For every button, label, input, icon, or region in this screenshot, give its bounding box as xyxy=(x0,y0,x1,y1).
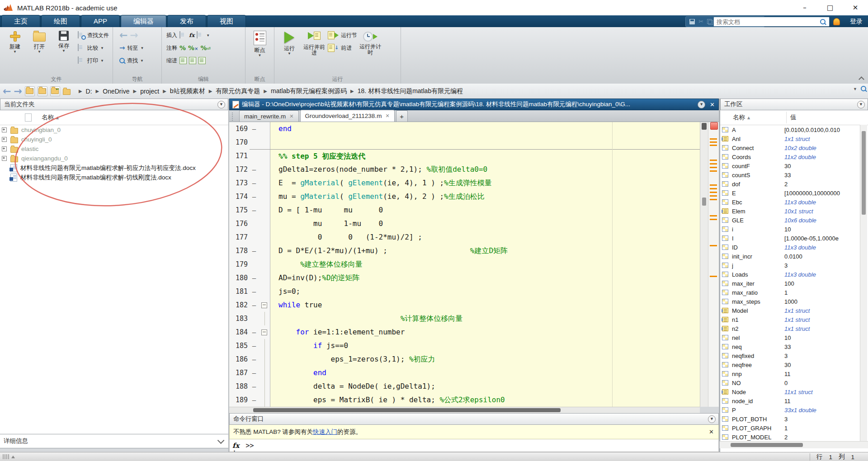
code-text[interactable]: end xyxy=(270,366,700,380)
breakpoint-gutter[interactable] xyxy=(250,230,259,244)
warning-mark[interactable] xyxy=(710,215,717,216)
workspace-vertical-scrollbar[interactable] xyxy=(860,125,867,441)
fold-gutter[interactable] xyxy=(259,122,270,136)
code-text[interactable]: end xyxy=(270,122,700,136)
warning-mark[interactable] xyxy=(710,145,717,146)
fold-gutter[interactable] xyxy=(259,339,270,353)
expand-icon[interactable] xyxy=(2,127,7,132)
workspace-variable-row[interactable]: Ebc11x3 double xyxy=(720,198,868,207)
insert-section-icon[interactable] xyxy=(179,31,180,38)
warning-mark[interactable] xyxy=(710,219,717,220)
run-time-button[interactable]: 运行并计时 xyxy=(357,29,383,56)
breadcrumb-item[interactable]: b站视频素材 xyxy=(170,87,205,95)
editor-horizontal-scrollbar[interactable] xyxy=(229,407,700,413)
workspace-variable-row[interactable]: max_ratio1 xyxy=(720,288,868,297)
fold-gutter[interactable] xyxy=(259,366,270,380)
code-text[interactable]: %计算整体位移向量 xyxy=(270,312,700,325)
workspace-horizontal-scrollbar[interactable] xyxy=(720,441,868,448)
warning-mark[interactable] xyxy=(710,245,717,246)
save-icon[interactable] xyxy=(689,19,695,24)
workspace-variable-row[interactable]: nel10 xyxy=(720,333,868,342)
code-line[interactable]: 169—end xyxy=(229,122,700,136)
error-indicator-box[interactable] xyxy=(710,122,718,130)
editor-tab-main_rewrite.m[interactable]: main_rewrite.m✕ xyxy=(239,110,299,122)
up-one-level-icon[interactable]: ↑ xyxy=(25,86,35,96)
code-text[interactable] xyxy=(270,136,700,149)
workspace-variable-row[interactable]: A[0.0100,0.0100,0.010 xyxy=(720,125,868,134)
warning-mark[interactable] xyxy=(710,184,717,186)
warning-mark[interactable] xyxy=(710,195,717,197)
addr-back-icon[interactable]: ← xyxy=(3,86,11,97)
breadcrumb-item[interactable]: matlab有限元编程案例源码 xyxy=(271,87,347,95)
fold-gutter[interactable] xyxy=(259,298,270,312)
code-line[interactable]: 177 0 0 (1-2*mu)/2] ; xyxy=(229,230,700,244)
fx-icon[interactable]: fx xyxy=(232,442,239,450)
new-button[interactable]: 新建▼ xyxy=(3,29,27,54)
code-line[interactable]: 171%% step 5 初应变法迭代 xyxy=(229,149,700,163)
find-button[interactable]: 查找▼ xyxy=(119,54,144,67)
indent-right-icon[interactable] xyxy=(189,57,196,64)
workspace-variable-row[interactable]: Elem10x1 struct xyxy=(720,207,868,216)
addr-forward-icon[interactable]: → xyxy=(14,86,22,97)
code-text[interactable]: E = gMaterial( gElement(ie, 4), 1 ) ;%生成… xyxy=(270,176,700,190)
workspace-variable-row[interactable]: Coords11x2 double xyxy=(720,152,868,161)
statusbar-grip-icon[interactable] xyxy=(3,454,15,459)
indent-left-icon[interactable] xyxy=(198,57,206,64)
breakpoint-gutter[interactable]: — xyxy=(250,298,259,312)
breakpoint-gutter[interactable]: — xyxy=(250,244,259,258)
run-advance-button[interactable]: 运行并前进 xyxy=(302,29,327,56)
recent-folder-icon[interactable]: ↩ xyxy=(50,86,60,96)
code-text[interactable]: D = [ 1-mu mu 0 xyxy=(270,203,700,217)
code-text[interactable]: while true xyxy=(270,298,700,312)
code-line[interactable]: 184— for ie=1:1:element_number xyxy=(229,325,700,339)
workspace-variable-row[interactable]: GLE10x6 double xyxy=(720,216,868,225)
breakpoint-gutter[interactable]: — xyxy=(250,163,259,176)
workspace-variable-row[interactable]: PLOT_GRAPH1 xyxy=(720,423,868,433)
fold-gutter[interactable] xyxy=(259,190,270,203)
code-line[interactable]: 186— eps_1=zeros(3,1); %初应力 xyxy=(229,353,700,366)
workspace-variable-row[interactable]: P33x1 double xyxy=(720,405,868,414)
editor-menu-icon[interactable]: ▼ xyxy=(698,101,705,108)
code-text[interactable]: %建立整体位移向量 xyxy=(270,258,700,271)
save-button[interactable]: 保存▼ xyxy=(52,29,76,53)
wrap-comment-icon[interactable]: %⏎ xyxy=(200,44,210,52)
code-line[interactable]: 189— eps = MatrixB( ie ) * delta; %公式2求e… xyxy=(229,393,700,407)
maximize-button[interactable]: □ xyxy=(817,0,843,15)
insert-fx-icon[interactable]: fx xyxy=(189,32,194,38)
find-files-button[interactable]: 查找文件 xyxy=(78,29,109,42)
fold-gutter[interactable] xyxy=(259,244,270,258)
print-button[interactable]: 打印▼ xyxy=(78,54,109,67)
fold-collapse-icon[interactable] xyxy=(261,302,267,308)
editor-tab-Groundoverload_2111238.m[interactable]: Groundoverload_2111238.m✕ xyxy=(300,110,395,122)
current-folder-menu-icon[interactable]: ▼ xyxy=(217,101,225,108)
cut-icon[interactable]: ✂ xyxy=(698,17,703,27)
breadcrumb-item[interactable]: D: xyxy=(86,88,92,95)
code-line[interactable]: 179 %建立整体位移向量 xyxy=(229,258,700,271)
collapse-ribbon-icon[interactable] xyxy=(859,76,863,80)
code-line[interactable]: 181—js=0; xyxy=(229,285,700,298)
close-button[interactable]: ✕ xyxy=(843,0,868,15)
ribbon-tab-编辑器[interactable]: 编辑器 xyxy=(121,15,166,27)
code-text[interactable]: js=0; xyxy=(270,285,700,298)
workspace-variable-row[interactable]: n11x1 struct xyxy=(720,315,868,324)
code-line[interactable]: 174—mu = gMaterial( gElement(ie, 4), 2 )… xyxy=(229,190,700,203)
breadcrumb-item[interactable]: 有限元仿真专题 xyxy=(216,87,260,95)
uncomment-icon[interactable]: %⨯ xyxy=(188,44,198,52)
workspace-variable-row[interactable]: n21x1 struct xyxy=(720,324,868,333)
code-text[interactable]: %% step 5 初应变法迭代 xyxy=(270,149,700,163)
code-line[interactable]: 188— delta = NodeDe( ie,gDelta1); xyxy=(229,380,700,393)
details-expand-icon[interactable] xyxy=(217,437,225,444)
breakpoint-gutter[interactable]: — xyxy=(250,353,259,366)
workspace-variable-row[interactable]: I[1.0000e-05,1.0000e xyxy=(720,234,868,243)
file-row[interactable]: 材料非线性问题有限元matlab编程求解-初应力法与初应变法.docx xyxy=(0,163,228,173)
fold-gutter[interactable] xyxy=(259,312,270,325)
breadcrumb-item[interactable]: OneDrive xyxy=(103,88,129,95)
file-row[interactable]: 材料非线性问题有限元matlab编程求解-切线刚度法.docx xyxy=(0,173,228,182)
warning-mark[interactable] xyxy=(710,163,717,165)
notifications-icon[interactable] xyxy=(833,18,840,25)
code-line[interactable]: 176 mu 1-mu 0 xyxy=(229,217,700,230)
insert-function-icon[interactable] xyxy=(197,31,198,38)
warning-mark[interactable] xyxy=(710,192,717,193)
fold-gutter[interactable] xyxy=(259,393,270,407)
workspace-variable-row[interactable]: Node11x1 struct xyxy=(720,387,868,396)
